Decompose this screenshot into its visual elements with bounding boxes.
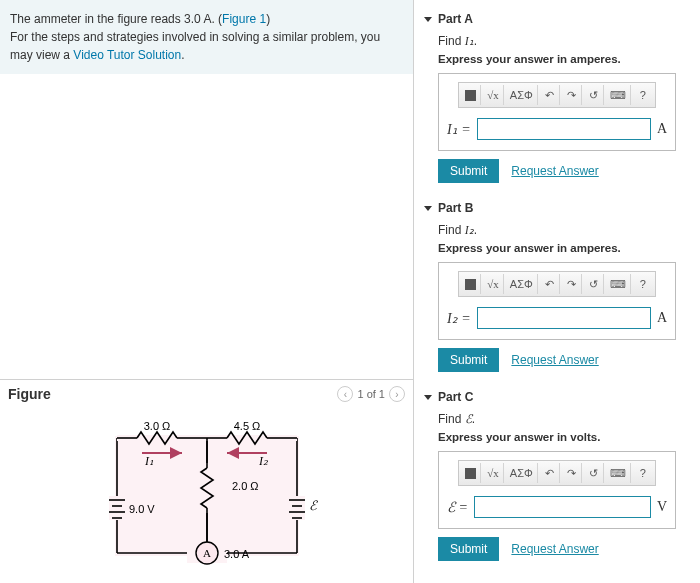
template-icon[interactable]	[461, 85, 481, 105]
chevron-down-icon	[424, 17, 432, 22]
sqrt-icon[interactable]: √x	[483, 463, 504, 483]
part-c-title: Part C	[438, 390, 473, 404]
part-a-express: Express your answer in amperes.	[438, 53, 690, 65]
template-icon[interactable]	[461, 463, 481, 483]
pager-prev-button[interactable]: ‹	[337, 386, 353, 402]
problem-statement: The ammeter in the figure reads 3.0 A. (…	[0, 0, 413, 74]
part-b-express: Express your answer in amperes.	[438, 242, 690, 254]
undo-icon[interactable]: ↶	[540, 85, 560, 105]
figure-link[interactable]: Figure 1	[222, 12, 266, 26]
part-a-var-eq: I₁ =	[447, 121, 471, 138]
part-a-unit: A	[657, 121, 667, 137]
part-b-request-link[interactable]: Request Answer	[511, 353, 598, 367]
r1-label: 3.0 Ω	[143, 420, 170, 432]
ammeter-reading: 3.0 A	[224, 548, 250, 560]
problem-text-1b: )	[266, 12, 270, 26]
r2-label: 4.5 Ω	[233, 420, 260, 432]
part-a-find-a: Find	[438, 34, 465, 48]
redo-icon[interactable]: ↷	[562, 85, 582, 105]
emf-label: ℰ	[309, 498, 318, 513]
part-a-toolbar: √x ΑΣΦ ↶ ↷ ↺ ⌨ ?	[458, 82, 655, 108]
i2-label: I₂	[258, 454, 269, 468]
part-b-find-a: Find	[438, 223, 465, 237]
part-b-find-b: .	[474, 223, 477, 237]
keyboard-icon[interactable]: ⌨	[606, 274, 631, 294]
problem-text-1: The ammeter in the figure reads 3.0 A. (	[10, 12, 222, 26]
circuit-diagram: A 3.0 Ω 4.5 Ω 2.0 Ω I₁ I₂ 9.0 V ℰ 3.0 A	[87, 418, 327, 573]
undo-icon[interactable]: ↶	[540, 274, 560, 294]
vsource-label: 9.0 V	[129, 503, 155, 515]
part-c-unit: V	[657, 499, 667, 515]
sqrt-icon[interactable]: √x	[483, 85, 504, 105]
svg-rect-2	[204, 463, 210, 513]
part-b-submit-button[interactable]: Submit	[438, 348, 499, 372]
help-icon[interactable]: ?	[633, 463, 653, 483]
chevron-down-icon	[424, 206, 432, 211]
figure-title: Figure	[8, 386, 51, 402]
part-a-header[interactable]: Part A	[424, 8, 690, 30]
reset-icon[interactable]: ↺	[584, 463, 604, 483]
part-c-find-a: Find	[438, 412, 465, 426]
undo-icon[interactable]: ↶	[540, 463, 560, 483]
part-a-request-link[interactable]: Request Answer	[511, 164, 598, 178]
pager-text: 1 of 1	[357, 388, 385, 400]
problem-text-2b: .	[181, 48, 184, 62]
part-b-unit: A	[657, 310, 667, 326]
part-a-title: Part A	[438, 12, 473, 26]
ammeter-label: A	[203, 547, 211, 559]
sqrt-icon[interactable]: √x	[483, 274, 504, 294]
greek-icon[interactable]: ΑΣΦ	[506, 463, 538, 483]
part-c-toolbar: √x ΑΣΦ ↶ ↷ ↺ ⌨ ?	[458, 460, 655, 486]
problem-text-2: For the steps and strategies involved in…	[10, 30, 380, 62]
part-a-submit-button[interactable]: Submit	[438, 159, 499, 183]
part-c-find-b: .	[472, 412, 475, 426]
video-solution-link[interactable]: Video Tutor Solution	[73, 48, 181, 62]
keyboard-icon[interactable]: ⌨	[606, 463, 631, 483]
part-c-find-var: ℰ	[465, 412, 472, 426]
reset-icon[interactable]: ↺	[584, 85, 604, 105]
part-c-express: Express your answer in volts.	[438, 431, 690, 443]
redo-icon[interactable]: ↷	[562, 463, 582, 483]
part-b-find-var: I₂	[465, 223, 474, 237]
part-c-header[interactable]: Part C	[424, 386, 690, 408]
template-icon[interactable]	[461, 274, 481, 294]
part-c-request-link[interactable]: Request Answer	[511, 542, 598, 556]
help-icon[interactable]: ?	[633, 274, 653, 294]
part-c-input[interactable]	[474, 496, 651, 518]
r3-label: 2.0 Ω	[232, 480, 259, 492]
pager-next-button[interactable]: ›	[389, 386, 405, 402]
reset-icon[interactable]: ↺	[584, 274, 604, 294]
part-c-submit-button[interactable]: Submit	[438, 537, 499, 561]
redo-icon[interactable]: ↷	[562, 274, 582, 294]
part-b-toolbar: √x ΑΣΦ ↶ ↷ ↺ ⌨ ?	[458, 271, 655, 297]
part-c-var-eq: ℰ =	[447, 499, 468, 516]
part-a-find-b: .	[474, 34, 477, 48]
keyboard-icon[interactable]: ⌨	[606, 85, 631, 105]
help-icon[interactable]: ?	[633, 85, 653, 105]
part-b-var-eq: I₂ =	[447, 310, 471, 327]
part-a-input[interactable]	[477, 118, 651, 140]
part-a-find-var: I₁	[465, 34, 474, 48]
chevron-down-icon	[424, 395, 432, 400]
part-b-input[interactable]	[477, 307, 651, 329]
part-b-header[interactable]: Part B	[424, 197, 690, 219]
i1-label: I₁	[144, 454, 154, 468]
figure-pager: ‹ 1 of 1 ›	[337, 386, 405, 402]
greek-icon[interactable]: ΑΣΦ	[506, 274, 538, 294]
part-b-title: Part B	[438, 201, 473, 215]
greek-icon[interactable]: ΑΣΦ	[506, 85, 538, 105]
